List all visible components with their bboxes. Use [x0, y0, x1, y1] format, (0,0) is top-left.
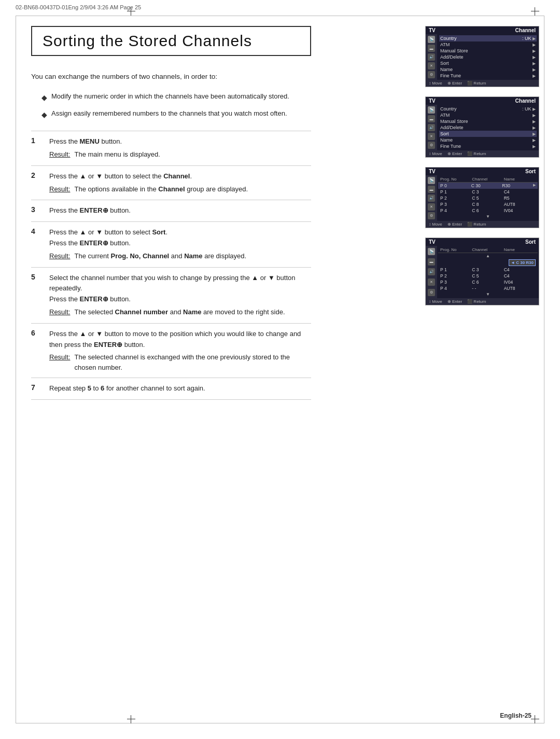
menu-icons: 📡 ▬ 🔊 ✕ ⚙ — [426, 105, 437, 150]
intro-text: You can exchange the numbers of two chan… — [31, 72, 311, 82]
tv-screen-icon: ▬ — [428, 186, 435, 193]
table-row: P 2 C 5 C4 — [438, 273, 538, 279]
menu-item-name: Name ▶ — [439, 137, 537, 143]
result-label: Result: — [49, 251, 70, 262]
moved-value: ◄ C 30 R30 — [509, 259, 536, 266]
menu-body: 📡 ▬ 🔊 ✕ ⚙ Country : UK ▶ ATM ▶ Manual St… — [426, 34, 539, 80]
name-val: C4 — [504, 267, 536, 272]
footer-move: ↕ Move — [429, 222, 442, 227]
item-label: ATM — [440, 113, 450, 118]
page-title: Sorting the Stored Channels — [43, 32, 300, 50]
menu-item-atm: ATM ▶ — [439, 41, 537, 48]
sound-icon: 🔊 — [428, 268, 435, 275]
bullet-text: Modify the numeric order in which the ch… — [51, 91, 289, 102]
sort-content: Prog. No Channel Name ▲ ◄ C 30 R30 P 1 C… — [437, 246, 539, 298]
bullet-list: ◆ Modify the numeric order in which the … — [41, 91, 311, 120]
result-text: The selected Channel number and Name are… — [74, 307, 285, 317]
menu-icons: 📡 ▬ 🔊 ✕ ⚙ — [426, 175, 437, 221]
step-number: 5 — [31, 267, 47, 323]
menu-header: TV Channel — [426, 26, 539, 34]
table-row: 6 Press the ▲ or ▼ button to move to the… — [31, 323, 311, 378]
menu-header: TV Channel — [426, 97, 539, 105]
prog-val: P 2 — [440, 196, 472, 201]
tv-screen-icon: ▬ — [428, 115, 435, 122]
prog-val: P 3 — [440, 202, 472, 207]
antenna-icon: 📡 — [428, 106, 435, 114]
footer-enter: ⊕ Enter — [447, 222, 462, 227]
tv-label: TV — [429, 239, 436, 245]
crosshair-bl — [127, 715, 135, 723]
col-channel: Channel — [472, 247, 503, 252]
menu-item-sort: Sort ▶ — [439, 131, 537, 137]
prog-val: P 1 — [440, 267, 472, 272]
item-label: Name — [440, 67, 453, 72]
tv-label: TV — [429, 27, 436, 33]
antenna-icon: 📡 — [428, 36, 435, 43]
item-label: Add/Delete — [440, 125, 464, 130]
item-label: Name — [440, 137, 453, 143]
table-row: 5 Select the channel number that you wis… — [31, 267, 311, 323]
step-number: 4 — [31, 222, 47, 267]
settings-icon: ⚙ — [428, 142, 435, 149]
step-number: 7 — [31, 378, 47, 400]
footer-move: ↕ Move — [429, 299, 442, 304]
menu-footer: ↕ Move ⊕ Enter ⬛ Return — [426, 80, 539, 87]
sort-content: Prog. No Channel Name P 0 C 30 R30 ▶ P 1… — [437, 175, 539, 221]
menu-item-add-delete: Add/Delete ▶ — [439, 54, 537, 60]
main-content: Sorting the Stored Channels You can exch… — [31, 26, 311, 400]
ch-val: C 3 — [472, 189, 503, 194]
menu-items: Country : UK ▶ ATM ▶ Manual Store ▶ Add/… — [437, 34, 539, 80]
arrow-icon: ▶ — [533, 119, 536, 124]
table-row: 1 Press the MENU button. Result: The mai… — [31, 131, 311, 166]
x-icon: ✕ — [428, 133, 435, 140]
step-content: Press the ▲ or ▼ button to move to the p… — [47, 323, 311, 378]
menu-footer: ↕ Move ⊕ Enter ⬛ Return — [426, 298, 539, 305]
item-label: Manual Store — [440, 119, 468, 124]
channel-label: Channel — [515, 98, 536, 104]
name-val: R30 — [502, 183, 533, 188]
step-content: Press the ▲ or ▼ button to select the Ch… — [47, 165, 311, 200]
item-value: : UK ▶ — [522, 106, 536, 111]
antenna-icon: 📡 — [428, 177, 435, 184]
arrow-icon: ▶ — [533, 67, 536, 72]
table-row: P 4 C 6 IV04 — [438, 207, 538, 214]
table-row: P 3 C 8 AUT8 — [438, 201, 538, 207]
crosshair-tr — [531, 7, 539, 16]
result-label: Result: — [49, 352, 70, 363]
name-val: IV04 — [504, 208, 536, 213]
menu-item-add-delete: Add/Delete ▶ — [439, 124, 537, 131]
result-text: The options available in the Channel gro… — [74, 184, 248, 194]
menu-items: Country : UK ▶ ATM ▶ Manual Store ▶ Add/… — [437, 105, 539, 150]
name-val: C4 — [504, 189, 536, 194]
channel-label: Channel — [515, 27, 536, 33]
menu-item-manual-store: Manual Store ▶ — [439, 48, 537, 54]
bullet-text: Assign easily remembered numbers to the … — [51, 108, 287, 119]
sort-label: Sort — [525, 239, 536, 245]
menu-icons: 📡 ▬ 🔊 ✕ ⚙ — [426, 246, 437, 298]
ch-val: C 8 — [472, 202, 503, 207]
footer-move: ↕ Move — [429, 151, 442, 156]
footer-return: ⬛ Return — [467, 299, 486, 304]
col-prog: Prog. No — [440, 177, 472, 182]
sort-label: Sort — [525, 169, 536, 174]
prog-val: P 4 — [440, 286, 472, 291]
ch-val: C 5 — [472, 196, 503, 201]
title-box: Sorting the Stored Channels — [31, 26, 311, 56]
bullet-icon: ◆ — [41, 92, 47, 103]
arrow-icon: ▶ — [533, 49, 536, 53]
item-label: Sort — [440, 61, 449, 66]
list-item: ◆ Assign easily remembered numbers to th… — [41, 108, 311, 120]
tv-screen-icon: ▬ — [428, 45, 435, 52]
step-content: Press the ENTER⊕ button. — [47, 200, 311, 222]
menu-item-sort: Sort ▶ — [439, 60, 537, 66]
arrow-icon: ▶ — [533, 126, 536, 130]
menu-body: 📡 ▬ 🔊 ✕ ⚙ Country : UK ▶ ATM ▶ Manual St… — [426, 105, 539, 150]
result-label: Result: — [49, 149, 70, 160]
col-name: Name — [504, 247, 536, 252]
bullet-icon: ◆ — [41, 109, 47, 120]
name-val: AUT8 — [504, 202, 536, 207]
crosshair-br — [531, 715, 539, 723]
ch-val: C 3 — [472, 267, 503, 272]
item-label: ATM — [440, 42, 450, 47]
footer-move: ↕ Move — [429, 81, 442, 86]
